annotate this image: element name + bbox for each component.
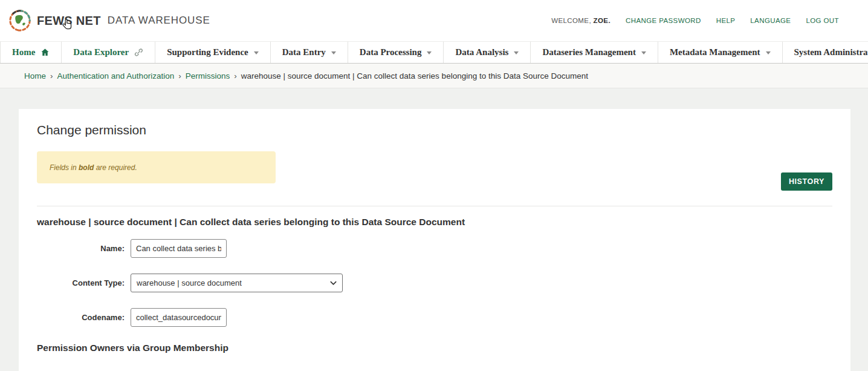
nav-item-data-analysis[interactable]: Data Analysis (444, 42, 531, 63)
username: ZOE. (594, 17, 611, 24)
group-membership-heading: Permission Owners via Group Membership (37, 343, 832, 353)
content-type-select-wrap: warehouse | source document (131, 274, 343, 292)
user-tools: WELCOME, ZOE. CHANGE PASSWORD HELP LANGU… (551, 17, 839, 24)
breadcrumb-auth[interactable]: Authentication and Authorization (57, 71, 175, 80)
chevron-down-icon (641, 51, 646, 54)
nav-item-data-processing[interactable]: Data Processing (348, 42, 444, 63)
nav-item-dataseries-management[interactable]: Dataseries Management (531, 42, 658, 63)
breadcrumb-permissions[interactable]: Permissions (186, 71, 230, 80)
breadcrumb-separator: › (178, 71, 181, 80)
mouse-cursor-icon (62, 18, 73, 31)
chevron-down-icon (766, 51, 771, 54)
content-type-label: Content Type: (37, 278, 131, 287)
breadcrumb: Home › Authentication and Authorization … (0, 64, 868, 88)
content-type-select[interactable]: warehouse | source document (131, 274, 343, 292)
permission-section-heading: warehouse | source document | Can collec… (37, 217, 832, 228)
required-fields-note: Fields in bold are required. (37, 151, 276, 183)
name-input[interactable] (131, 239, 227, 258)
form-row-name: Name: (37, 239, 832, 258)
welcome-text: WELCOME, ZOE. (551, 17, 611, 24)
nav-item-data-entry[interactable]: Data Entry (271, 42, 348, 63)
app-header: FEWS NET DATA WAREHOUSE WELCOME, ZOE. CH… (0, 0, 868, 41)
codename-label: Codename: (37, 313, 131, 322)
nav-item-system-administration[interactable]: System Administration (783, 42, 868, 63)
change-permission-card: Change permission Fields in bold are req… (19, 109, 850, 371)
breadcrumb-separator: › (234, 71, 237, 80)
link-icon (134, 48, 143, 57)
breadcrumb-home[interactable]: Home (24, 71, 46, 80)
chevron-down-icon (427, 51, 432, 54)
globe-logo-icon (8, 9, 31, 32)
language-link[interactable]: LANGUAGE (750, 17, 791, 24)
chevron-down-icon (331, 51, 336, 54)
chevron-down-icon (514, 51, 519, 54)
breadcrumb-current: warehouse | source document | Can collec… (241, 71, 588, 80)
logout-link[interactable]: LOG OUT (806, 17, 839, 24)
breadcrumb-separator: › (50, 71, 53, 80)
form-row-codename: Codename: (37, 308, 832, 327)
page-title: Change permission (37, 109, 832, 138)
nav-item-supporting-evidence[interactable]: Supporting Evidence (155, 42, 271, 63)
permission-form: Name: Content Type: warehouse | source d… (37, 239, 832, 327)
main-nav: Home Data Explorer Supporting Evidence D… (0, 41, 868, 64)
history-button[interactable]: HISTORY (781, 172, 832, 191)
help-link[interactable]: HELP (716, 17, 736, 24)
name-label: Name: (37, 244, 131, 253)
change-password-link[interactable]: CHANGE PASSWORD (626, 17, 701, 24)
chevron-down-icon (254, 51, 259, 54)
content-area: Change permission Fields in bold are req… (0, 88, 868, 371)
section-divider (37, 206, 832, 206)
codename-input[interactable] (131, 308, 227, 327)
nav-item-metadata-management[interactable]: Metadata Management (658, 42, 783, 63)
nav-item-home[interactable]: Home (0, 42, 62, 63)
nav-item-data-explorer[interactable]: Data Explorer (62, 42, 155, 63)
form-row-content-type: Content Type: warehouse | source documen… (37, 274, 832, 292)
brand-product: DATA WAREHOUSE (108, 15, 210, 27)
brand-logo[interactable]: FEWS NET DATA WAREHOUSE (8, 9, 210, 32)
home-icon (40, 48, 50, 57)
